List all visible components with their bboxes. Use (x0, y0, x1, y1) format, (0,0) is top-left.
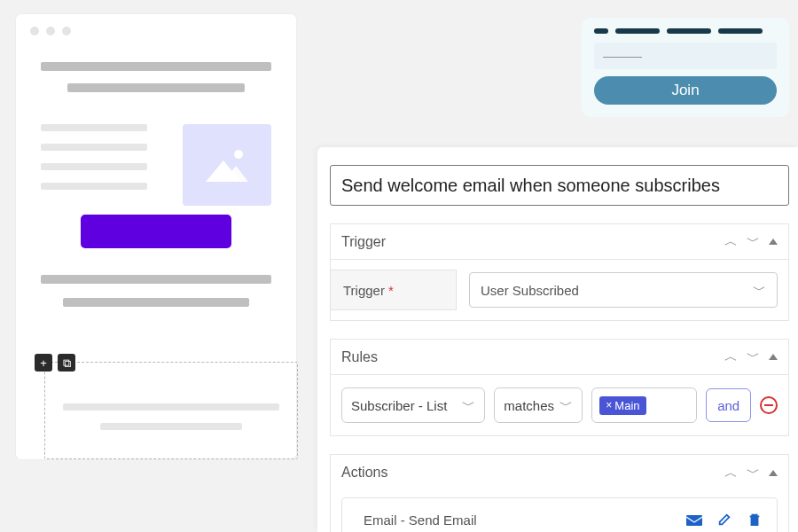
skeleton-line (41, 144, 147, 151)
join-button[interactable]: Join (594, 76, 777, 105)
trigger-select[interactable]: User Subscribed ﹀ (469, 272, 778, 308)
trigger-section: Trigger ︿ ﹀ Trigger* User Subscribed ﹀ (330, 223, 789, 321)
automation-name-input[interactable] (330, 165, 789, 206)
editor-drop-zone[interactable]: + ⧉ (44, 362, 298, 459)
section-title: Actions (341, 465, 724, 481)
email-body (41, 124, 271, 307)
collapse-icon[interactable] (769, 239, 778, 245)
duplicate-icon: ⧉ (63, 357, 71, 369)
move-down-icon[interactable]: ﹀ (747, 233, 760, 250)
rule-field-select[interactable]: Subscriber - List ﹀ (341, 387, 485, 423)
skeleton-line (41, 124, 147, 131)
preview-icon[interactable] (686, 512, 702, 527)
action-label: Email - Send Email (364, 512, 477, 528)
collapse-icon[interactable] (769, 354, 778, 360)
section-title: Rules (341, 349, 724, 365)
cta-button-placeholder (81, 215, 231, 248)
rule-row: Subscriber - List ﹀ matches a ﹀ × Main a… (341, 387, 778, 423)
add-and-condition-button[interactable]: and (706, 388, 751, 422)
image-icon (206, 148, 248, 182)
rule-value-input[interactable]: × Main (591, 387, 697, 423)
svg-rect-0 (686, 515, 702, 526)
edit-icon[interactable] (716, 512, 732, 527)
move-up-icon[interactable]: ︿ (724, 233, 738, 250)
collapse-icon[interactable] (769, 470, 778, 476)
block-tools: + ⧉ (35, 354, 75, 372)
remove-rule-icon[interactable] (760, 396, 778, 414)
trigger-select-value: User Subscribed (481, 283, 579, 298)
hero-image-placeholder (183, 124, 271, 206)
rules-section-header[interactable]: Rules ︿ ﹀ (331, 340, 788, 375)
tag-remove-icon[interactable]: × (606, 399, 612, 411)
join-form-card: Join (582, 18, 789, 117)
move-down-icon[interactable]: ﹀ (747, 465, 760, 481)
join-header-skeleton (594, 28, 777, 34)
duplicate-block-button[interactable]: ⧉ (58, 354, 75, 372)
skeleton-subtitle (67, 83, 245, 92)
action-row[interactable]: Email - Send Email (341, 497, 778, 532)
chevron-down-icon: ﹀ (559, 397, 573, 414)
actions-section: Actions ︿ ﹀ Email - Send Email (330, 454, 789, 532)
chevron-down-icon: ﹀ (753, 282, 766, 299)
skeleton-title (41, 62, 271, 71)
actions-section-header[interactable]: Actions ︿ ﹀ (331, 455, 788, 490)
skeleton-bar (41, 275, 271, 284)
window-traffic-lights (16, 14, 296, 35)
rules-section: Rules ︿ ﹀ Subscriber - List ﹀ matches a … (330, 339, 789, 436)
action-tools (686, 512, 763, 527)
trigger-section-header[interactable]: Trigger ︿ ﹀ (331, 224, 788, 260)
skeleton-line (41, 163, 147, 170)
move-up-icon[interactable]: ︿ (724, 465, 738, 481)
delete-icon[interactable] (747, 512, 763, 527)
trigger-field-label: Trigger* (331, 270, 457, 310)
rule-tag[interactable]: × Main (599, 396, 645, 415)
skeleton-line (63, 298, 249, 307)
add-block-button[interactable]: + (35, 354, 52, 372)
skeleton-line (100, 423, 242, 430)
skeleton-line (41, 183, 147, 190)
section-title: Trigger (341, 234, 724, 250)
skeleton-line (63, 403, 279, 411)
join-email-input[interactable] (594, 43, 777, 69)
chevron-down-icon: ﹀ (462, 397, 475, 414)
move-up-icon[interactable]: ︿ (724, 348, 738, 365)
automation-panel: Trigger ︿ ﹀ Trigger* User Subscribed ﹀ R… (317, 147, 798, 532)
plus-icon: + (40, 357, 47, 369)
rule-operator-select[interactable]: matches a ﹀ (494, 387, 583, 423)
rule-tag-label: Main (614, 399, 639, 412)
rule-operator-value: matches a (504, 398, 554, 413)
move-down-icon[interactable]: ﹀ (747, 348, 760, 365)
rule-field-value: Subscriber - List (351, 398, 447, 413)
